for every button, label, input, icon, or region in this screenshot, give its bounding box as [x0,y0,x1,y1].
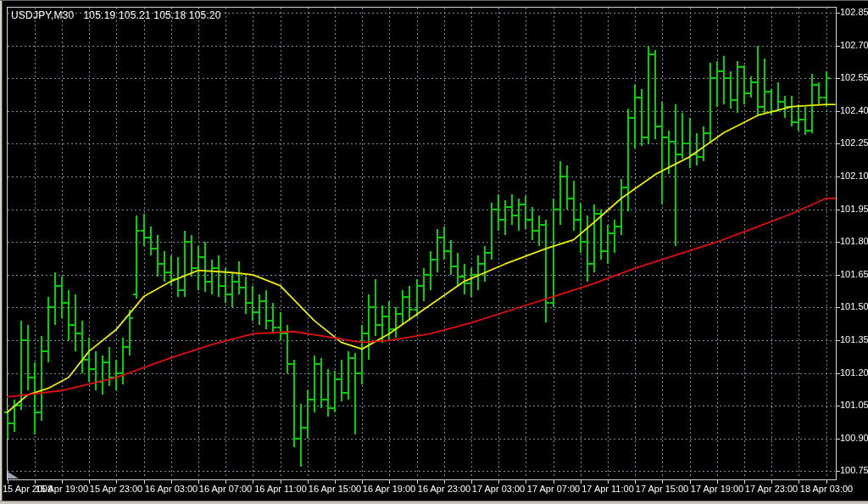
price-tick-label: 102.25 [840,137,868,148]
window-edge-bottom [0,501,868,504]
symbol-timeframe-label: USDJPY,M30 [11,9,74,21]
price-tick-label: 101.35 [840,334,868,344]
ohlc-quote-label: 105.19 105.21 105.18 105.20 [83,9,220,21]
price-axis[interactable]: 102.85102.70102.55102.40102.25102.10101.… [840,0,868,480]
window-edge-left [0,0,3,504]
price-tick-label: 101.50 [840,301,868,311]
price-tick-label: 102.70 [840,40,868,50]
price-tick-label: 101.95 [840,204,868,214]
price-tick-label: 101.20 [840,367,868,378]
price-tick-label: 102.40 [840,105,868,115]
price-tick-label: 102.85 [840,7,868,17]
price-tick-label: 101.05 [840,400,868,410]
time-tick-label: 18 Apr 03:00 [788,484,865,494]
chart-window: USDJPY,M30105.19 105.21 105.18 105.20 10… [0,0,868,504]
time-axis[interactable]: 15 Apr 200815 Apr 19:0015 Apr 23:0016 Ap… [0,482,868,497]
price-tick-label: 101.65 [840,269,868,279]
price-chart-canvas[interactable] [0,0,868,504]
price-tick-label: 102.55 [840,72,868,82]
price-tick-label: 100.75 [840,465,868,475]
window-edge-top [0,0,868,1]
price-tick-label: 100.90 [840,433,868,443]
price-tick-label: 101.80 [840,236,868,246]
chart-title: USDJPY,M30105.19 105.21 105.18 105.20 [11,9,221,21]
price-tick-label: 102.10 [840,171,868,181]
